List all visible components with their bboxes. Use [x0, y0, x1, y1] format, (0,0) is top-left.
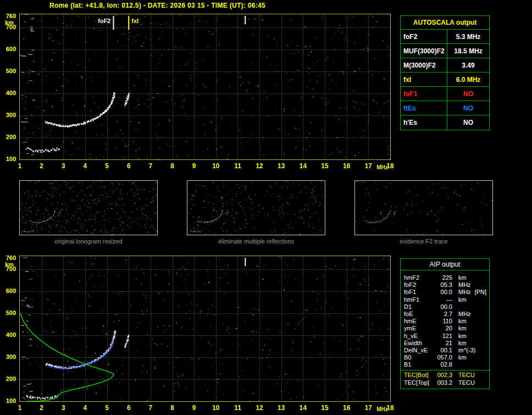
y-axis-tick: 300: [6, 354, 16, 360]
x-axis-tick: 10: [212, 404, 219, 412]
aip-param-label: B0: [401, 354, 434, 361]
ionogram-top-x-axis: 123456789101112131415161718MHz: [19, 162, 392, 172]
autoscala-table-title: AUTOSCALA output: [401, 16, 489, 30]
x-axis-tick: 4: [84, 404, 87, 412]
autoscala-param-label: foF2: [401, 30, 447, 43]
x-axis-tick: 8: [170, 404, 174, 412]
station-date-time-title: Rome (lat: +41.8, lon: 012.5) - DATE: 20…: [49, 2, 265, 9]
ionogram-plot-bottom: 760km700600500400300200100 1234567891011…: [1, 256, 411, 415]
y-axis-tick: 400: [6, 90, 16, 96]
thumbnail-multiple-reflections: eliminate multiple reflections: [187, 180, 325, 245]
x-axis-tick: 5: [105, 162, 109, 170]
y-axis-tick: 300: [6, 112, 16, 118]
aip-param-unit: MHz: [452, 281, 471, 289]
x-axis-tick: 14: [300, 162, 307, 170]
x-axis-tick: 17: [365, 404, 372, 412]
thumbnail-f2-canvas: [355, 181, 492, 235]
x-axis-tick: 11: [234, 162, 241, 170]
ionogram-top-canvas: [20, 14, 390, 159]
thumbnail-frame: [19, 180, 158, 235]
aip-param-unit: km: [452, 333, 467, 340]
thumbnail-caption: original ionogram resized: [19, 238, 158, 245]
aip-param-value: ---: [434, 296, 452, 303]
autoscala-param-label: h'Es: [401, 115, 447, 130]
x-axis-tick: 16: [343, 162, 350, 170]
aip-param-value: 00.1: [434, 347, 452, 354]
aip-table-title: AIP output: [401, 259, 489, 270]
aip-param-unit: m^(-3): [452, 347, 475, 354]
aip-row-foF2: foF205.3MHz: [401, 281, 489, 289]
x-axis-tick: 5: [105, 404, 109, 412]
autoscala-row-MUF(3000)F2: MUF(3000)F218.5 MHz: [401, 44, 489, 58]
aip-param-label: Ewidth: [401, 340, 434, 347]
aip-param-unit: TECU: [452, 379, 475, 386]
y-axis-tick: 400: [6, 332, 16, 338]
thumbnail-frame: [354, 180, 493, 235]
y-axis-tick: 700: [6, 266, 16, 272]
autoscala-param-label: foF1: [401, 87, 447, 101]
aip-output-table: AIP output hmF2225kmfoF205.3MHzfoF100.0M…: [400, 258, 490, 389]
aip-row-DelN_vE: DelN_vE00.1m^(-3): [401, 347, 489, 354]
autoscala-param-value: NO: [447, 101, 489, 115]
autoscala-param-value: NO: [447, 87, 489, 101]
x-axis-tick: 15: [321, 162, 328, 170]
y-axis-tick: 600: [6, 46, 16, 52]
aip-param-unit: [452, 361, 458, 368]
autoscala-window: Rome (lat: +41.8, lon: 012.5) - DATE: 20…: [0, 0, 532, 415]
aip-param-value: 00.0: [434, 303, 452, 311]
x-axis-tick: 9: [192, 404, 196, 412]
aip-row-h_vE: h_vE121km: [401, 333, 489, 340]
autoscala-param-value: 18.5 MHz: [447, 44, 489, 58]
aip-param-unit: km: [452, 296, 467, 303]
autoscala-param-label: fxI: [401, 73, 447, 86]
autoscala-param-value: 6.0 MHz: [447, 73, 489, 86]
x-axis-tick: 9: [192, 162, 196, 170]
x-axis-tick: 6: [127, 404, 131, 412]
aip-row-foF1: foF100.0MHz[PN]: [401, 289, 489, 296]
autoscala-param-label: MUF(3000)F2: [401, 44, 447, 58]
autoscala-row-fxI: fxI6.0 MHz: [401, 73, 489, 87]
thumbnail-original-canvas: [20, 181, 157, 235]
x-axis-tick: 8: [170, 162, 174, 170]
aip-param-unit: km: [452, 274, 467, 281]
y-axis-tick: 200: [6, 134, 16, 140]
y-axis-tick: 760: [6, 255, 16, 261]
autoscala-row-foF2: foF25.3 MHz: [401, 30, 489, 44]
x-axis-tick: 3: [62, 404, 65, 412]
autoscala-row-M(3000)F2: M(3000)F23.49: [401, 58, 489, 73]
ionogram-bottom-canvas: [20, 256, 390, 401]
aip-param-unit: km: [452, 340, 467, 347]
ionogram-bottom-x-axis: 123456789101112131415161718MHz: [19, 404, 392, 414]
autoscala-param-value: NO: [447, 115, 489, 130]
x-axis-tick: 2: [40, 404, 43, 412]
y-axis-tick: 700: [6, 24, 16, 30]
y-axis-tick: 600: [6, 288, 16, 294]
x-axis-tick: 16: [343, 404, 350, 412]
aip-param-value: 121: [434, 333, 452, 340]
x-axis-tick: 6: [127, 162, 131, 170]
aip-param-unit: MHz: [452, 289, 471, 296]
x-axis-tick: 13: [278, 162, 285, 170]
x-axis-tick: 1: [18, 162, 22, 170]
aip-param-label: foE: [401, 311, 434, 318]
aip-row-TEC[Top]: TEC[Top]003.2TECU: [401, 379, 489, 386]
aip-param-value: 21: [434, 340, 452, 347]
aip-param-unit: TECU: [452, 372, 475, 379]
aip-param-label: TEC[Top]: [401, 379, 434, 386]
aip-param-value: 05.3: [434, 281, 452, 289]
aip-param-value: 20: [434, 325, 452, 332]
x-axis-tick: 12: [256, 162, 263, 170]
x-axis-unit-label: MHz: [376, 164, 388, 170]
thumbnail-caption: evidence F2 trace: [354, 238, 493, 245]
ionogram-bottom-frame: [19, 256, 391, 402]
y-axis-tick: 760: [6, 13, 16, 19]
x-axis-tick: 7: [149, 162, 153, 170]
autoscala-param-label: ftEs: [401, 101, 447, 115]
aip-param-unit: km: [452, 354, 467, 361]
aip-row-foE: foE2.7MHz: [401, 311, 489, 318]
x-axis-tick: 14: [300, 404, 307, 412]
thumbnail-caption: eliminate multiple reflections: [187, 238, 325, 245]
aip-param-label: hmE: [401, 318, 434, 325]
aip-param-value: 003.2: [434, 379, 452, 386]
aip-param-value: 2.7: [434, 311, 452, 318]
